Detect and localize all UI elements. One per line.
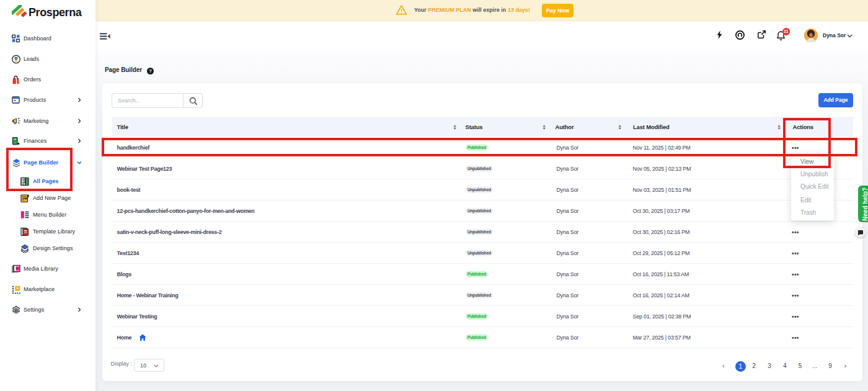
svg-text:?: ? xyxy=(149,68,152,74)
